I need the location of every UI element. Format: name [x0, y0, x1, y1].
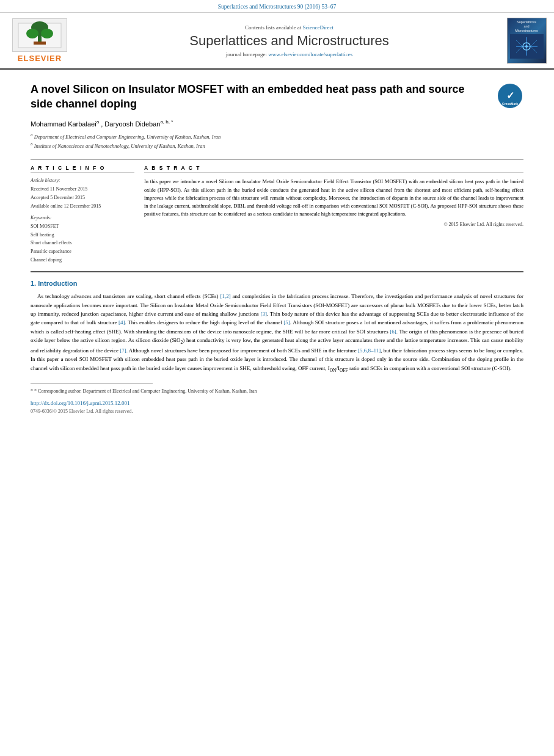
abstract-section: A B S T R A C T In this paper we introdu…: [144, 165, 523, 264]
received-date: Received 11 November 2015: [31, 185, 134, 194]
ref-6[interactable]: [6]: [390, 329, 396, 335]
ref-1-2[interactable]: [1,2]: [220, 293, 230, 299]
footnote-divider: [31, 383, 153, 384]
article-info-abstract: A R T I C L E I N F O Article history: R…: [31, 165, 523, 264]
svg-point-4: [41, 29, 53, 38]
journal-header: ELSEVIER Contents lists available at Sci…: [0, 13, 554, 70]
ref-5-11[interactable]: [5,6,8–11]: [358, 347, 381, 354]
paper-container: A novel Silicon on Insulator MOSFET with…: [0, 70, 554, 426]
intro-title: Introduction: [38, 280, 77, 287]
issn-line: 0749-6036/© 2015 Elsevier Ltd. All right…: [31, 409, 523, 414]
keyword-3: Short channel effects: [31, 239, 134, 247]
article-info-label: A R T I C L E I N F O: [31, 165, 134, 173]
keyword-4: Parasitic capacitance: [31, 247, 134, 256]
ref-5[interactable]: [5]: [283, 319, 290, 325]
article-dates: Received 11 November 2015 Accepted 5 Dec…: [31, 185, 134, 210]
keywords-label: Keywords:: [31, 215, 134, 220]
sciencedirect-link[interactable]: ScienceDirect: [303, 24, 333, 31]
available-date: Available online 12 December 2015: [31, 202, 134, 211]
accepted-date: Accepted 5 December 2015: [31, 194, 134, 202]
keyword-1: SOI MOSFET: [31, 222, 134, 231]
article-info-section: A R T I C L E I N F O Article history: R…: [31, 165, 134, 264]
paper-title: A novel Silicon on Insulator MOSFET with…: [31, 82, 523, 112]
authors-line: Mohammad Karbalaeia , Daryoosh Didebana,…: [31, 119, 523, 128]
svg-point-10: [525, 45, 528, 48]
svg-text:CrossMark: CrossMark: [502, 102, 518, 106]
affiliation-2-text: Institute of Nanoscience and Nanotechnol…: [34, 143, 205, 149]
header-divider: [31, 159, 523, 160]
affiliation-1: a Department of Electrical and Computer …: [31, 132, 523, 141]
journal-cover-image: SuperlatticesandMicrostructures: [507, 18, 547, 64]
elsevier-logo-section: ELSEVIER: [6, 18, 73, 64]
ref-4[interactable]: [4]: [118, 319, 125, 325]
elsevier-logo-image: [12, 18, 67, 52]
homepage-url[interactable]: www.elsevier.com/locate/superlattices: [268, 51, 352, 57]
cover-title: SuperlatticesandMicrostructures: [515, 20, 538, 33]
introduction-section: 1. Introduction As technology advances a…: [31, 280, 523, 374]
journal-citation-bar: Superlattices and Microstructures 90 (20…: [0, 0, 554, 13]
author1-sup: a: [97, 119, 99, 125]
journal-title: Superlattices and Microstructures: [189, 33, 388, 49]
affiliation-2: b Institute of Nanoscience and Nanotechn…: [31, 141, 523, 150]
keywords-list: SOI MOSFET Self heating Short channel ef…: [31, 222, 134, 264]
journal-title-section: Contents lists available at ScienceDirec…: [79, 18, 499, 64]
affiliation-1-text: Department of Electrical and Computer En…: [34, 134, 221, 140]
ref-3[interactable]: [3]: [260, 311, 267, 317]
doi-link[interactable]: http://dx.doi.org/10.1016/j.apmi.2015.12…: [31, 400, 523, 406]
affiliations: a Department of Electrical and Computer …: [31, 132, 523, 150]
abstract-label: A B S T R A C T: [144, 165, 523, 173]
author1-name: Mohammad Karbalaei: [31, 120, 97, 127]
contents-line: Contents lists available at ScienceDirec…: [245, 24, 333, 31]
history-label: Article history:: [31, 178, 134, 183]
footnote-text: * * Corresponding author. Department of …: [31, 388, 523, 395]
ref-7[interactable]: [7]: [120, 347, 126, 354]
crossmark-icon: ✓ CrossMark: [498, 84, 522, 108]
homepage-line: journal homepage: www.elsevier.com/locat…: [226, 51, 352, 57]
author2-name: , Daryoosh Dideban: [101, 120, 160, 127]
intro-paragraph: As technology advances and transistors a…: [31, 292, 523, 374]
elsevier-text: ELSEVIER: [18, 54, 62, 63]
svg-text:✓: ✓: [506, 90, 514, 101]
highlighted-this: this: [181, 211, 188, 217]
abstract-text: In this paper we introduce a novel Silic…: [144, 178, 523, 218]
citation-text: Superlattices and Microstructures 90 (20…: [218, 4, 336, 10]
keyword-5: Channel doping: [31, 256, 134, 264]
svg-rect-5: [34, 42, 46, 45]
copyright: © 2015 Elsevier Ltd. All rights reserved…: [144, 222, 523, 227]
section-divider: [31, 271, 523, 272]
svg-point-3: [26, 29, 38, 38]
keyword-2: Self heating: [31, 231, 134, 239]
elsevier-logo: ELSEVIER: [12, 18, 67, 63]
crossmark-badge[interactable]: ✓ CrossMark: [496, 82, 523, 109]
author2-sup: a, b, *: [160, 119, 173, 125]
intro-heading: 1. Introduction: [31, 280, 523, 287]
journal-cover-section: SuperlatticesandMicrostructures: [505, 18, 548, 64]
